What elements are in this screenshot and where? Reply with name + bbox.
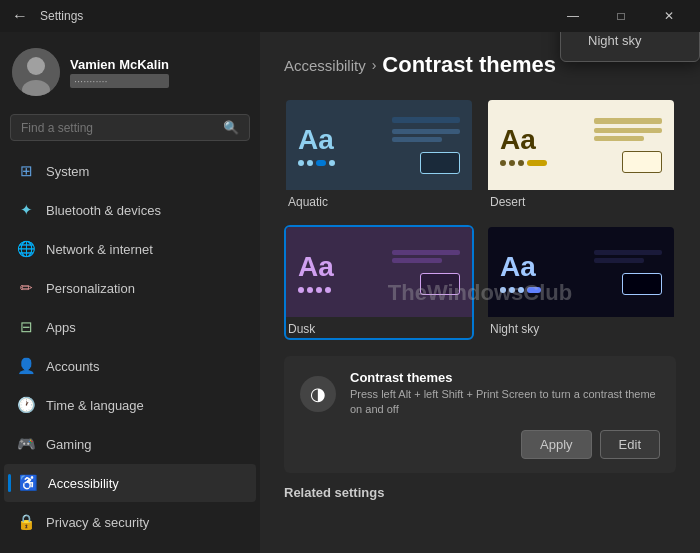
- active-indicator: [8, 474, 11, 492]
- preview-aa-aquatic: Aa: [298, 124, 335, 166]
- search-input[interactable]: [21, 121, 215, 135]
- sidebar-item-windowsupdate[interactable]: ⟳ Windows Update: [4, 542, 256, 553]
- dusk-line2: [392, 258, 442, 263]
- theme-card-aquatic[interactable]: Aa: [284, 98, 474, 213]
- theme-card-dusk[interactable]: Aa: [284, 225, 474, 340]
- sidebar-item-apps[interactable]: ⊟ Apps: [4, 308, 256, 346]
- dot1: [500, 160, 506, 166]
- personalization-icon: ✏: [16, 278, 36, 298]
- theme-card-nightsky[interactable]: Aa: [486, 225, 676, 340]
- dot3: [518, 287, 524, 293]
- sidebar-item-label: Privacy & security: [46, 515, 149, 530]
- aquatic-line1: [392, 129, 460, 134]
- dropdown-popup: None Aquatic Desert Dusk: [560, 32, 700, 62]
- dropdown-option-nightsky[interactable]: Night sky: [561, 32, 699, 57]
- dot2: [509, 160, 515, 166]
- dusk-rect: [420, 273, 460, 295]
- theme-label-dusk: Dusk: [286, 317, 472, 338]
- breadcrumb-current: Contrast themes: [382, 52, 556, 78]
- dot4: [325, 287, 331, 293]
- dot3: [316, 160, 326, 166]
- svg-point-1: [27, 57, 45, 75]
- apply-button[interactable]: Apply: [521, 430, 592, 459]
- system-icon: ⊞: [16, 161, 36, 181]
- accounts-icon: 👤: [16, 356, 36, 376]
- dot3: [518, 160, 524, 166]
- gaming-icon: 🎮: [16, 434, 36, 454]
- sidebar-item-system[interactable]: ⊞ System: [4, 152, 256, 190]
- theme-label-desert: Desert: [488, 190, 674, 211]
- sidebar-item-personalization[interactable]: ✏ Personalization: [4, 269, 256, 307]
- preview-aa-desert: Aa: [500, 124, 547, 166]
- nav-list: ⊞ System ✦ Bluetooth & devices 🌐 Network…: [0, 151, 260, 553]
- section-title: Contrast themes: [350, 370, 660, 385]
- title-bar-left: ← Settings: [8, 7, 83, 25]
- maximize-button[interactable]: □: [598, 0, 644, 32]
- search-icon: 🔍: [223, 120, 239, 135]
- sidebar: Vamien McKalin ··········· 🔍 ⊞ System ✦ …: [0, 32, 260, 553]
- main-content: Accessibility › Contrast themes Aa: [260, 32, 700, 553]
- sidebar-item-label: Personalization: [46, 281, 135, 296]
- contrast-icon: ◑: [300, 376, 336, 412]
- dusk-lines-block: [392, 250, 460, 263]
- section-actions: Apply Edit None Aquatic: [300, 430, 660, 459]
- sidebar-item-privacy[interactable]: 🔒 Privacy & security: [4, 503, 256, 541]
- edit-button[interactable]: Edit: [600, 430, 660, 459]
- breadcrumb-parent[interactable]: Accessibility: [284, 57, 366, 74]
- dusk-panel: [390, 250, 460, 295]
- apps-icon: ⊟: [16, 317, 36, 337]
- theme-preview-dusk: Aa: [286, 227, 472, 317]
- privacy-icon: 🔒: [16, 512, 36, 532]
- aquatic-panel: [390, 117, 460, 174]
- dusk-line1: [392, 250, 460, 255]
- dot4: [329, 160, 335, 166]
- title-bar: ← Settings — □ ✕: [0, 0, 700, 32]
- back-button[interactable]: ←: [8, 7, 32, 25]
- app-container: Vamien McKalin ··········· 🔍 ⊞ System ✦ …: [0, 32, 700, 553]
- accessibility-icon: ♿: [18, 473, 38, 493]
- user-info: Vamien McKalin ···········: [70, 57, 169, 88]
- sidebar-item-time[interactable]: 🕐 Time & language: [4, 386, 256, 424]
- sidebar-item-network[interactable]: 🌐 Network & internet: [4, 230, 256, 268]
- sidebar-item-label: Time & language: [46, 398, 144, 413]
- desert-lines: [594, 128, 662, 141]
- nightsky-panel: [592, 250, 662, 295]
- dot1: [298, 287, 304, 293]
- theme-label-aquatic: Aquatic: [286, 190, 472, 211]
- sidebar-item-bluetooth[interactable]: ✦ Bluetooth & devices: [4, 191, 256, 229]
- nightsky-lines-block: [594, 250, 662, 263]
- desert-panel: [592, 118, 662, 173]
- close-button[interactable]: ✕: [646, 0, 692, 32]
- network-icon: 🌐: [16, 239, 36, 259]
- preview-aa-dusk: Aa: [298, 251, 334, 293]
- sidebar-item-accessibility[interactable]: ♿ Accessibility: [4, 464, 256, 502]
- sidebar-item-accounts[interactable]: 👤 Accounts: [4, 347, 256, 385]
- sidebar-item-label: Accounts: [46, 359, 99, 374]
- theme-preview-nightsky: Aa: [488, 227, 674, 317]
- sidebar-item-label: Network & internet: [46, 242, 153, 257]
- sidebar-item-label: Bluetooth & devices: [46, 203, 161, 218]
- related-settings-label: Related settings: [284, 485, 676, 500]
- user-subtitle: ···········: [70, 74, 169, 88]
- theme-preview-desert: Aa: [488, 100, 674, 190]
- dot4: [527, 287, 541, 293]
- theme-card-desert[interactable]: Aa: [486, 98, 676, 213]
- contrast-themes-card: ◑ Contrast themes Press left Alt + left …: [284, 356, 676, 473]
- nightsky-line1: [594, 250, 662, 255]
- dot2: [307, 160, 313, 166]
- dot1: [298, 160, 304, 166]
- search-box: 🔍: [10, 114, 250, 141]
- dot4: [527, 160, 547, 166]
- theme-preview-aquatic: Aa: [286, 100, 472, 190]
- user-profile[interactable]: Vamien McKalin ···········: [0, 32, 260, 108]
- aquatic-line2: [392, 137, 442, 142]
- search-container: 🔍: [0, 108, 260, 151]
- minimize-button[interactable]: —: [550, 0, 596, 32]
- bluetooth-icon: ✦: [16, 200, 36, 220]
- desert-rect: [622, 151, 662, 173]
- theme-grid: Aa: [284, 98, 676, 340]
- theme-label-nightsky: Night sky: [488, 317, 674, 338]
- sidebar-item-gaming[interactable]: 🎮 Gaming: [4, 425, 256, 463]
- desert-header-bar: [594, 118, 662, 124]
- sidebar-item-label: Accessibility: [48, 476, 119, 491]
